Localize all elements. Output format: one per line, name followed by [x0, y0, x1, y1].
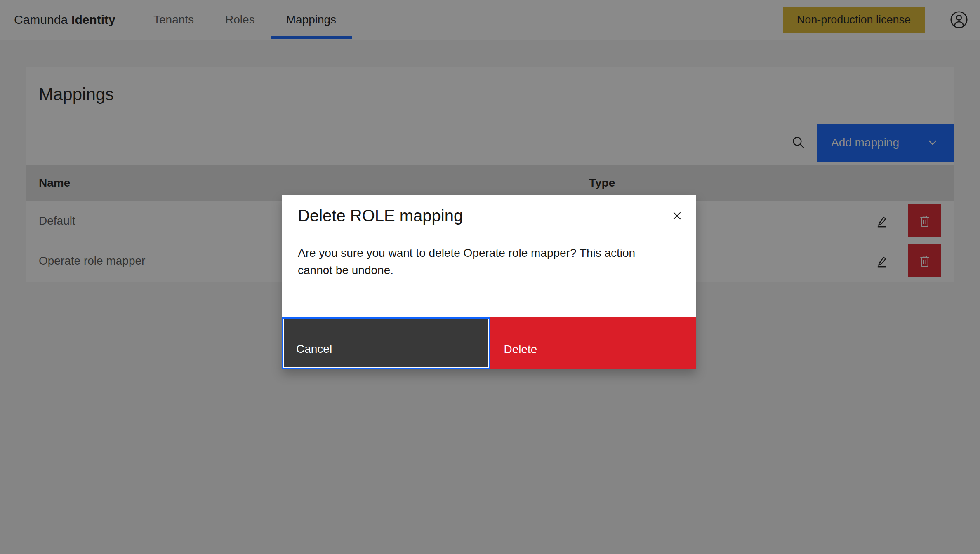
- close-icon: [672, 211, 682, 221]
- delete-button[interactable]: Delete: [490, 317, 697, 369]
- cancel-button[interactable]: Cancel: [282, 317, 490, 369]
- modal-title: Delete ROLE mapping: [298, 207, 463, 225]
- modal-body-text: Are you sure you want to delete Operate …: [298, 244, 661, 279]
- delete-mapping-modal: Delete ROLE mapping Are you sure you wan…: [282, 195, 696, 369]
- modal-footer: Cancel Delete: [282, 317, 696, 369]
- modal-close-button[interactable]: [667, 206, 687, 225]
